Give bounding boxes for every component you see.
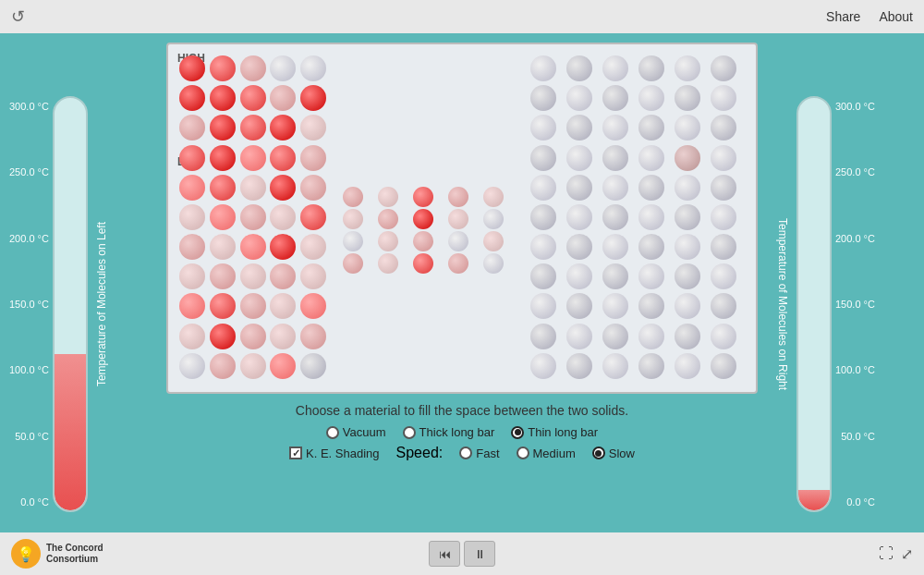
right-thermo-labels: 300.0 °C 250.0 °C 200.0 °C 150.0 °C 100.… (835, 96, 875, 512)
molecule (675, 204, 700, 230)
pause-button[interactable]: ⏸ (464, 541, 495, 567)
controls-area: Choose a material to fill the space betw… (166, 394, 758, 471)
rewind-button[interactable]: ⏮ (429, 541, 460, 567)
molecule (530, 353, 556, 379)
molecule (210, 55, 236, 81)
molecule (566, 145, 592, 171)
logo-text: The Concord Consortium (46, 543, 103, 565)
molecule (210, 293, 236, 319)
molecule (300, 263, 326, 289)
option-slow[interactable]: Slow (592, 447, 635, 460)
molecule (210, 204, 236, 230)
molecule (378, 187, 398, 207)
molecule (210, 353, 236, 379)
molecule (270, 55, 296, 81)
molecule (566, 353, 592, 379)
molecule (602, 263, 628, 289)
molecule (566, 175, 592, 201)
molecule (300, 175, 326, 201)
right-panel: Temperature of Molecules on Right 300.0 … (767, 33, 924, 575)
molecule (638, 353, 664, 379)
molecule (602, 55, 628, 81)
option-vacuum[interactable]: Vacuum (326, 425, 386, 439)
molecule (483, 253, 504, 274)
molecule (179, 204, 205, 230)
left-label-200: 200.0 °C (9, 233, 49, 244)
molecule (638, 55, 664, 81)
right-thermo-bar[interactable] (796, 96, 832, 512)
radio-slow[interactable] (592, 447, 605, 459)
molecule (179, 324, 205, 349)
option-medium[interactable]: Medium (517, 447, 576, 460)
molecule (210, 263, 236, 289)
molecule (530, 55, 556, 81)
molecule (413, 231, 433, 251)
left-label-300: 300.0 °C (9, 101, 49, 112)
molecules-left (176, 52, 333, 385)
molecule (711, 145, 736, 171)
molecule (300, 115, 326, 141)
molecule (675, 324, 700, 349)
molecule (483, 231, 504, 251)
molecule (240, 324, 266, 349)
molecule (638, 263, 664, 289)
radio-fast[interactable] (459, 447, 472, 459)
left-label-150: 150.0 °C (9, 299, 49, 310)
molecule (711, 263, 736, 289)
radio-medium[interactable] (517, 447, 529, 459)
right-thermo-title: Temperature of Molecules on Right (776, 218, 789, 390)
molecule (675, 55, 700, 81)
molecule (240, 293, 266, 319)
molecule (566, 204, 592, 230)
molecule (711, 353, 736, 379)
ke-shading-option[interactable]: ✓ K. E. Shading (289, 447, 380, 460)
options-row: ✓ K. E. Shading Speed: Fast Medium Slow (166, 445, 758, 461)
molecule (179, 353, 205, 379)
molecule (602, 234, 628, 260)
radio-thick-long[interactable] (403, 426, 416, 439)
sim-canvas: HIGH LOW (166, 43, 758, 394)
molecule (602, 85, 628, 111)
radio-vacuum[interactable] (326, 426, 339, 439)
molecule (530, 85, 556, 111)
top-bar: ↺ Share About (0, 0, 924, 33)
molecule (638, 324, 664, 349)
radio-thin-long[interactable] (511, 426, 524, 439)
molecule (566, 263, 592, 289)
molecule (300, 204, 326, 230)
option-thin-long[interactable]: Thin long bar (511, 425, 598, 439)
molecule (413, 253, 433, 274)
ke-shading-checkbox[interactable]: ✓ (289, 447, 302, 459)
right-label-50: 50.0 °C (835, 431, 875, 442)
molecule (530, 263, 556, 289)
option-thick-long[interactable]: Thick long bar (403, 425, 495, 439)
right-label-100: 100.0 °C (835, 364, 875, 375)
molecule (638, 115, 664, 141)
molecule (530, 234, 556, 260)
molecule (566, 293, 592, 319)
left-label-0: 0.0 °C (9, 496, 49, 508)
right-label-0: 0.0 °C (835, 496, 875, 508)
share-link[interactable]: Share (826, 9, 860, 24)
molecule (711, 324, 736, 349)
molecule (270, 175, 296, 201)
molecule (483, 187, 504, 207)
expand-icon[interactable]: ⛶ (879, 545, 894, 563)
about-link[interactable]: About (879, 9, 913, 24)
molecule (378, 253, 398, 274)
playback-controls: ⏮ ⏸ (429, 541, 495, 567)
shrink-icon[interactable]: ⤢ (901, 545, 913, 563)
molecule (530, 204, 556, 230)
option-fast[interactable]: Fast (459, 447, 499, 460)
right-thermometer: Temperature of Molecules on Right 300.0 … (776, 47, 915, 561)
molecule (675, 115, 700, 141)
molecule (240, 55, 266, 81)
concord-logo: 💡 The Concord Consortium (11, 539, 103, 569)
molecule (675, 85, 700, 111)
left-label-250: 250.0 °C (9, 166, 49, 177)
reload-icon[interactable]: ↺ (11, 6, 25, 27)
molecule (270, 204, 296, 230)
right-label-150: 150.0 °C (835, 299, 875, 310)
molecule (270, 234, 296, 260)
left-thermo-bar[interactable] (53, 96, 88, 512)
